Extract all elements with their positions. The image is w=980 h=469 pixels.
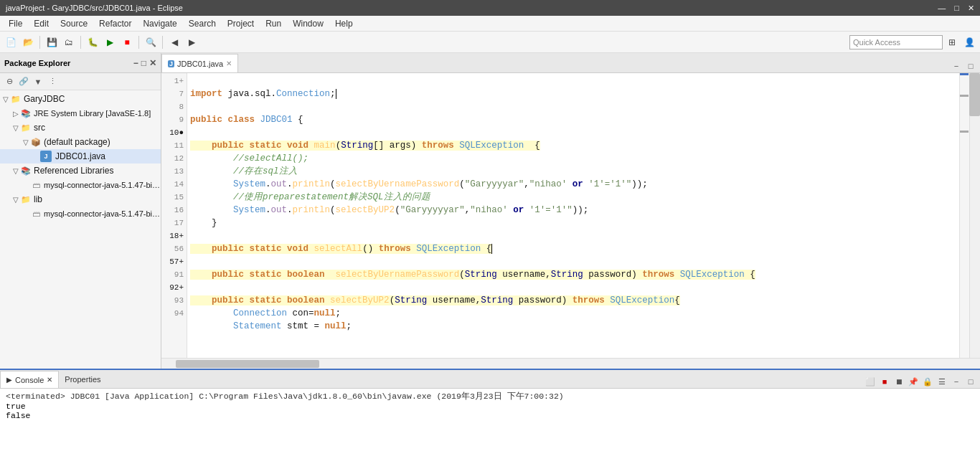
console-tab-close[interactable]: ✕ [47,376,52,384]
work-area: Package Explorer − □ ✕ ⊖ 🔗 ▼ ⋮ ▽ 📁 GaryJ… [0,53,980,369]
menu-project[interactable]: Project [222,17,260,30]
line-13: System.out.println(selectByUernamePasswo… [190,179,648,189]
menu-help[interactable]: Help [329,17,359,30]
ln-1: 1+ [161,75,184,87]
java-icon-jdbc01: J [40,151,52,162]
line-8: public class JDBC01 { [190,115,303,125]
sidebar-header-icons: − □ ✕ [133,58,156,68]
close-button[interactable]: ✕ [968,4,974,13]
lib-icon-reflib: 📚 [20,165,32,176]
sidebar-toolbar: ⊖ 🔗 ▼ ⋮ [0,73,161,90]
collapse-all-button[interactable]: ⊖ [3,75,16,88]
console-terminate-btn[interactable]: ⏹ [892,375,905,388]
back-button[interactable]: ◀ [166,34,182,50]
tree-item-garyjdbc[interactable]: ▽ 📁 GaryJDBC [0,92,161,106]
debug-button[interactable]: 🐛 [85,34,100,50]
console-tab[interactable]: ▶ Console ✕ [0,371,59,388]
sidebar-menu-button[interactable]: ▼ [32,75,44,88]
ln-57: 57+ [161,255,184,268]
run-button[interactable]: ▶ [102,34,118,50]
menu-run[interactable]: Run [260,17,287,30]
tree-item-reflibroot[interactable]: ▽ 📚 Referenced Libraries [0,164,161,178]
ln-14: 14 [161,178,184,191]
ln-12: 12 [161,152,184,165]
console-stop-btn[interactable]: ■ [878,375,891,388]
stop-button[interactable]: ■ [119,34,135,50]
ln-13: 13 [161,165,184,178]
code-editor: 1+ 7 8 9 10● 11 12 13 14 15 16 17 18+ 56… [161,73,980,358]
editor-tab-maximize[interactable]: □ [964,60,977,72]
save-button[interactable]: 💾 [44,34,60,50]
menu-search[interactable]: Search [183,17,222,30]
tree-item-mysql1[interactable]: 🗃 mysql-connector-java-5.1.47-bin.jar [0,178,161,192]
editor-scrollbar-right[interactable] [969,73,980,358]
view-button[interactable]: 👤 [961,34,977,50]
bottom-panel: ▶ Console ✕ Properties ⬜ ■ ⏹ 📌 🔒 ☰ − □ <… [0,369,980,469]
perspective-button[interactable]: ⊞ [944,34,960,50]
bottom-tabs-right: ⬜ ■ ⏹ 📌 🔒 ☰ − □ [864,375,980,388]
sidebar-view-menu[interactable]: ⋮ [46,75,59,88]
code-content[interactable]: import java.sql.Connection;​ public clas… [187,73,959,358]
menu-file[interactable]: File [3,17,28,30]
menu-source[interactable]: Source [55,17,93,30]
save-all-button[interactable]: 🗂 [61,34,77,50]
tree-item-default-pkg[interactable]: ▽ 📦 (default package) [0,135,161,149]
terminated-line: <terminated> JDBC01 [Java Application] C… [6,391,974,402]
sidebar-minimize-icon[interactable]: − [133,58,138,68]
menu-window[interactable]: Window [287,17,329,30]
label-reflib: Referenced Libraries [34,166,113,176]
toolbar-sep-4 [162,36,163,49]
output-false: false [6,411,974,420]
search-button[interactable]: 🔍 [143,34,159,50]
minimize-button[interactable]: — [938,4,946,13]
link-editor-button[interactable]: 🔗 [17,75,30,88]
editor-scrollbar-bottom[interactable] [161,358,980,369]
arrow-garyjdbc: ▽ [3,95,10,103]
ln-18: 18+ [161,229,184,242]
editor-scroll-thumb[interactable] [969,73,980,116]
ln-9: 9 [161,113,184,126]
toolbar-sep-2 [80,36,81,49]
label-jdbc01: JDBC01.java [55,151,105,161]
console-minimize[interactable]: − [950,375,963,388]
tree-item-lib[interactable]: ▽ 📁 lib [0,192,161,207]
ann-mark-3 [960,131,969,133]
console-clear-btn[interactable]: ⬜ [864,375,877,388]
label-mysql2: mysql-connector-java-5.1.47-bin.jar [44,209,161,218]
tree-item-mysql2[interactable]: 🗃 mysql-connector-java-5.1.47-bin.jar [0,207,161,221]
console-tab-icon: ▶ [6,376,12,384]
arrow-src: ▽ [13,124,20,132]
console-maximize[interactable]: □ [964,375,977,388]
sidebar-close-icon[interactable]: ✕ [149,58,156,68]
tree-item-jre[interactable]: ▷ 📚 JRE System Library [JavaSE-1.8] [0,106,161,120]
output-true: true [6,402,974,411]
editor-tab-minimize[interactable]: − [950,60,963,72]
properties-tab[interactable]: Properties [59,371,106,388]
toolbar: 📄 📂 💾 🗂 🐛 ▶ ■ 🔍 ◀ ▶ Quick Access ⊞ 👤 [0,32,980,53]
new-button[interactable]: 📄 [3,34,19,50]
tab-close-icon[interactable]: ✕ [226,60,232,67]
menu-navigate[interactable]: Navigate [137,17,182,30]
title-bar: javaProject - GaryJDBC/src/JDBC01.java -… [0,0,980,16]
console-menu-btn[interactable]: ☰ [936,375,948,388]
jar-icon-mysql1: 🗃 [30,179,42,191]
tree-item-src[interactable]: ▽ 📁 src [0,120,161,135]
editor-tab-jdbc01[interactable]: J JDBC01.java ✕ [161,54,238,72]
ln-10: 10● [161,126,184,139]
open-button[interactable]: 📂 [20,34,36,50]
editor-tabs: J JDBC01.java ✕ − □ [161,53,980,73]
forward-button[interactable]: ▶ [184,34,199,50]
editor-hscroll-thumb[interactable] [176,360,319,368]
line-11: //selectAll(); [190,153,308,164]
menu-edit[interactable]: Edit [28,17,55,30]
sidebar-maximize-icon[interactable]: □ [141,58,146,68]
maximize-button[interactable]: □ [954,4,959,13]
ann-mark-2 [960,95,969,97]
editor-tabs-right: − □ [950,60,980,72]
quick-access-input[interactable]: Quick Access [849,35,943,49]
bottom-tabs: ▶ Console ✕ Properties ⬜ ■ ⏹ 📌 🔒 ☰ − □ [0,370,980,389]
menu-refactor[interactable]: Refactor [93,17,137,30]
tree-item-jdbc01[interactable]: J JDBC01.java [0,149,161,164]
console-scroll-lock[interactable]: 🔒 [921,375,934,388]
console-pin-btn[interactable]: 📌 [907,375,920,388]
